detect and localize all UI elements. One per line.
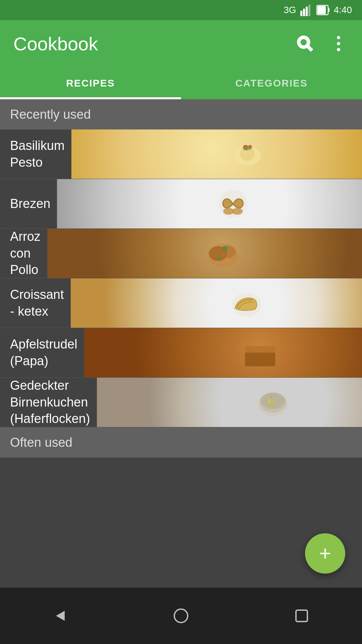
- pretzel-decoration: [215, 187, 251, 221]
- svg-text:🍐: 🍐: [265, 395, 277, 407]
- chicken-decoration: [205, 237, 242, 270]
- svg-point-21: [217, 257, 221, 261]
- cake-decoration: 🍐: [254, 386, 291, 419]
- status-bar: 3G 4:40: [0, 0, 362, 20]
- recipe-thumbnail-croissant-ketex: [71, 278, 362, 328]
- recipe-item-croissant-ketex[interactable]: Croissant - ketex: [0, 278, 362, 328]
- recipe-item-gedeckter-birnenkuchen[interactable]: Gedeckter Birnenkuchen (Haferflocken) 🍐: [0, 378, 362, 427]
- tab-categories[interactable]: CATEGORIES: [181, 67, 362, 99]
- svg-point-20: [222, 246, 228, 251]
- strudel-decoration: [242, 336, 279, 370]
- search-button[interactable]: [295, 34, 315, 54]
- signal-indicator: 3G: [284, 5, 296, 15]
- svg-rect-2: [306, 7, 308, 16]
- svg-rect-1: [303, 9, 305, 16]
- signal-bars-icon: [300, 4, 312, 16]
- navigation-bar: [0, 588, 362, 644]
- svg-point-13: [243, 146, 251, 150]
- svg-rect-0: [300, 11, 302, 16]
- pasta-decoration: [231, 138, 264, 171]
- recipe-item-arroz-con-pollo[interactable]: Arroz con Pollo: [0, 229, 362, 278]
- home-icon: [173, 607, 189, 624]
- add-recipe-fab[interactable]: +: [305, 533, 345, 574]
- app-bar-actions: [295, 34, 349, 54]
- recipe-name: Arroz con Pollo: [10, 228, 47, 278]
- recipe-name: Apfelstrudel (Papa): [10, 336, 84, 369]
- app-bar: Cookbook: [0, 20, 362, 67]
- recipe-name: Brezen: [10, 196, 57, 212]
- recipe-thumbnail-arroz-con-pollo: [47, 229, 362, 278]
- recipe-thumbnail-basilikum-pesto: [71, 129, 362, 179]
- svg-marker-32: [56, 611, 65, 621]
- svg-point-16: [232, 208, 243, 215]
- dot2: [337, 42, 340, 45]
- svg-line-8: [307, 46, 312, 51]
- recipe-thumbnail-apfelstrudel-papa: [84, 328, 362, 377]
- recipe-list: Basilikum Pesto Brezen Arroz con Pollo: [0, 129, 362, 427]
- more-options-button[interactable]: [328, 34, 349, 54]
- battery-icon: [316, 4, 330, 16]
- recipe-item-apfelstrudel-papa[interactable]: Apfelstrudel (Papa): [0, 328, 362, 378]
- recipe-item-brezen[interactable]: Brezen: [0, 179, 362, 229]
- recents-icon: [293, 607, 310, 624]
- dot1: [337, 36, 340, 39]
- recipe-item-basilikum-pesto[interactable]: Basilikum Pesto: [0, 129, 362, 179]
- often-used-header: Often used: [0, 427, 362, 458]
- svg-rect-6: [328, 8, 329, 12]
- svg-rect-3: [308, 5, 310, 16]
- recipe-name: Basilikum Pesto: [10, 138, 71, 171]
- clock: 4:40: [334, 5, 352, 15]
- often-used-label: Often used: [10, 435, 72, 450]
- svg-rect-24: [245, 346, 275, 353]
- recent-apps-button[interactable]: [285, 599, 318, 633]
- recipe-name: Gedeckter Birnenkuchen (Haferflocken): [10, 377, 97, 427]
- croissant-decoration: [228, 286, 265, 320]
- recipe-thumbnail-gedeckter-birnenkuchen: 🍐: [97, 378, 362, 427]
- search-icon: [297, 35, 313, 52]
- back-icon: [52, 607, 69, 624]
- recipe-name: Croissant - ketex: [10, 286, 71, 320]
- status-icons: 3G 4:40: [284, 4, 352, 16]
- dot3: [337, 48, 340, 51]
- svg-point-7: [299, 37, 308, 47]
- recently-used-label: Recently used: [10, 107, 91, 122]
- app-title: Cookbook: [13, 33, 98, 55]
- tab-recipes[interactable]: RECIPES: [0, 67, 181, 99]
- add-icon: +: [319, 543, 331, 564]
- recently-used-header: Recently used: [0, 99, 362, 129]
- svg-point-33: [174, 609, 188, 623]
- tabs-bar: RECIPES CATEGORIES: [0, 67, 362, 99]
- back-button[interactable]: [44, 599, 77, 633]
- svg-rect-34: [296, 610, 307, 622]
- recipe-thumbnail-brezen: [57, 179, 362, 228]
- svg-rect-5: [317, 6, 326, 14]
- home-button[interactable]: [164, 599, 198, 633]
